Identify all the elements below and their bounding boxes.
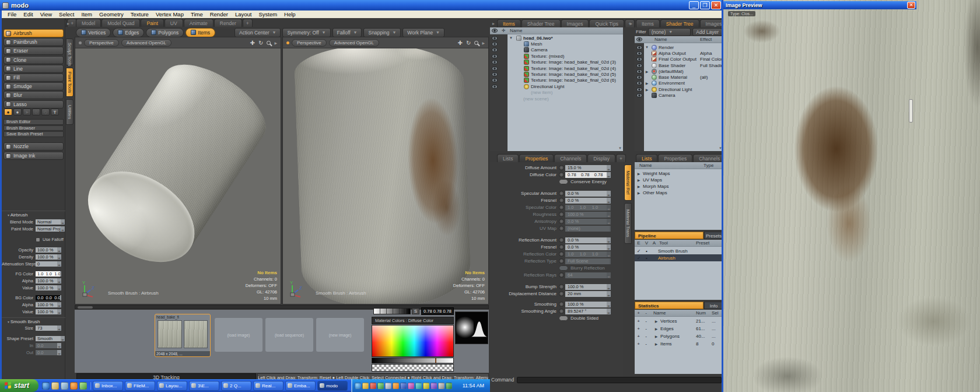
- smoothing-field[interactable]: 100.0 %: [565, 302, 611, 307]
- remove-selection-button[interactable]: -: [642, 341, 650, 346]
- menu-item[interactable]: Geometry: [96, 11, 127, 18]
- modo-titlebar[interactable]: modo _ ❐ ✕: [0, 0, 723, 10]
- reflection-color-field[interactable]: 1.0 1.0 1.0: [565, 251, 611, 257]
- visible-dot-icon[interactable]: •: [643, 256, 650, 261]
- enable-check-icon[interactable]: ✓: [635, 256, 643, 261]
- scrollbar-thumb[interactable]: [78, 306, 93, 309]
- eye-icon[interactable]: [492, 60, 498, 64]
- panel-tab[interactable]: Properties: [519, 154, 554, 162]
- eye-icon[interactable]: [636, 88, 642, 92]
- component-mode-button[interactable]: Items: [186, 28, 215, 37]
- component-mode-button[interactable]: Polygons: [146, 28, 184, 37]
- item-row[interactable]: Camera: [490, 47, 623, 53]
- channel-dot-icon[interactable]: [559, 291, 564, 296]
- tray-icon[interactable]: [438, 383, 444, 389]
- task-button[interactable]: 2 Q...: [221, 381, 251, 391]
- map-list-row[interactable]: ▶ Morph Maps: [635, 183, 723, 190]
- viewport-renderer-button[interactable]: Advanced OpenGL: [329, 39, 379, 47]
- toolbar-dropdown[interactable]: Symmetry: Off▼: [282, 28, 330, 37]
- add-selection-button[interactable]: +: [635, 334, 642, 339]
- remove-selection-button[interactable]: -: [642, 318, 650, 324]
- shader-row[interactable]: ▶ Environment: [635, 80, 723, 86]
- menu-item[interactable]: View: [37, 11, 55, 18]
- panel-tab[interactable]: Lists: [636, 154, 657, 162]
- tray-icon[interactable]: [377, 383, 384, 389]
- toolbar-dropdown[interactable]: Falloff▼: [332, 28, 362, 37]
- panel-tab-arrow-icon[interactable]: ▸: [628, 21, 634, 27]
- panel-tab[interactable]: Items: [636, 19, 660, 27]
- channel-dot-icon[interactable]: [559, 284, 564, 289]
- displacement-distance-field[interactable]: 20 mm: [565, 291, 611, 297]
- brush-link-button[interactable]: Brush Editor: [4, 119, 64, 125]
- viewport-type-button[interactable]: Perspective: [292, 39, 327, 47]
- menu-item[interactable]: System: [256, 11, 280, 18]
- viewport-type-button[interactable]: Perspective: [84, 39, 119, 47]
- expand-icon[interactable]: ▶: [644, 88, 650, 92]
- reflection-amount-field[interactable]: 0.0 %: [565, 237, 611, 243]
- brush-link-button[interactable]: Brush Browser: [4, 125, 64, 131]
- specular-amount-field[interactable]: 0.0 %: [565, 191, 611, 197]
- material-vertical-tab[interactable]: Material Trans: [624, 203, 632, 244]
- pan-icon[interactable]: ✚: [250, 40, 255, 46]
- tray-icon[interactable]: [355, 383, 361, 389]
- alpha-slider[interactable]: [372, 364, 454, 372]
- map-list-row[interactable]: ▶ UV Maps: [635, 177, 723, 183]
- tray-icon[interactable]: [446, 383, 452, 389]
- eye-icon[interactable]: [492, 42, 498, 46]
- preview-close-button[interactable]: ✕: [907, 2, 915, 9]
- fresnel-field[interactable]: 0.0 %: [565, 198, 611, 204]
- pipeline-row[interactable]: ✓ • Airbrush: [635, 254, 723, 261]
- bg-color-field[interactable]: 0.0 0.0 0.0: [36, 295, 61, 300]
- command-input[interactable]: [517, 377, 722, 383]
- item-row[interactable]: Texture: (mixed): [490, 53, 623, 59]
- channel-dot-icon[interactable]: [559, 237, 564, 243]
- panel-tab[interactable]: Lists: [497, 154, 519, 162]
- bg-value-field[interactable]: 100.0 %: [36, 309, 61, 314]
- panel-tab[interactable]: Shader Tree: [660, 19, 699, 27]
- item-row[interactable]: Texture: Image: head_bake_final_02d (3): [490, 60, 623, 65]
- layout-tab[interactable]: Render: [214, 19, 242, 27]
- expand-icon[interactable]: ▶: [635, 178, 643, 182]
- text-tip-icon[interactable]: T: [51, 108, 59, 116]
- shader-row[interactable]: Final Color Output Final Color: [635, 57, 723, 62]
- diffuse-amount-field[interactable]: 15.0 %: [565, 165, 611, 171]
- channel-dot-icon[interactable]: [559, 198, 564, 203]
- paint-tool-button[interactable]: Lasso: [4, 100, 64, 108]
- channel-dot-icon[interactable]: [559, 309, 564, 314]
- messenger-icon[interactable]: [79, 382, 87, 390]
- component-mode-button[interactable]: Vertices: [76, 28, 111, 37]
- toolbar-dropdown[interactable]: Action Center▼: [235, 28, 281, 37]
- expand-icon[interactable]: ▶: [652, 319, 660, 323]
- paint-tool-button[interactable]: Clone: [4, 56, 64, 64]
- add-selection-button[interactable]: +: [635, 341, 642, 346]
- channel-dot-icon[interactable]: [559, 258, 564, 264]
- panel-tab[interactable]: Channels: [693, 154, 726, 162]
- statistics-row[interactable]: + - ▶ Polygons 40... ...: [635, 332, 723, 340]
- double-sided-checkbox[interactable]: [559, 316, 568, 321]
- layout-tab[interactable]: Model: [76, 19, 101, 27]
- poly-tip-icon[interactable]: ◇: [41, 108, 50, 116]
- expand-icon[interactable]: ▶: [652, 327, 660, 331]
- expand-icon[interactable]: ▶: [652, 334, 660, 338]
- eye-icon[interactable]: [492, 85, 498, 89]
- channel-dot-icon[interactable]: [559, 251, 564, 257]
- task-button[interactable]: modo: [317, 381, 348, 391]
- item-row[interactable]: Mesh: [490, 41, 623, 47]
- menu-item[interactable]: Render: [207, 11, 231, 18]
- clip-cell[interactable]: (new image): [316, 318, 364, 352]
- density-field[interactable]: 100.0 %: [36, 254, 61, 260]
- task-button[interactable]: 3\E...: [189, 381, 219, 391]
- toolbar-dropdown[interactable]: Snapping▼: [363, 28, 401, 37]
- hue-saturation-picker[interactable]: [372, 325, 454, 357]
- hard-tip-icon[interactable]: ●: [13, 108, 22, 116]
- viewport-2[interactable]: Perspective Advanced OpenGL ✚ ↻ ▶ Y Z Sm…: [282, 37, 489, 304]
- shape-preset-select[interactable]: Smooth: [36, 336, 65, 341]
- tray-icon[interactable]: [430, 383, 437, 389]
- channel-dot-icon[interactable]: [559, 212, 564, 217]
- value-slider[interactable]: [372, 358, 454, 363]
- channel-dot-icon[interactable]: [559, 191, 564, 196]
- pipeline-row[interactable]: ✓ • Smooth Brush: [635, 247, 723, 254]
- layout-tab[interactable]: Model Quad: [102, 19, 140, 27]
- pick-tip-icon[interactable]: ➤: [23, 108, 31, 116]
- channel-dot-icon[interactable]: [559, 272, 564, 278]
